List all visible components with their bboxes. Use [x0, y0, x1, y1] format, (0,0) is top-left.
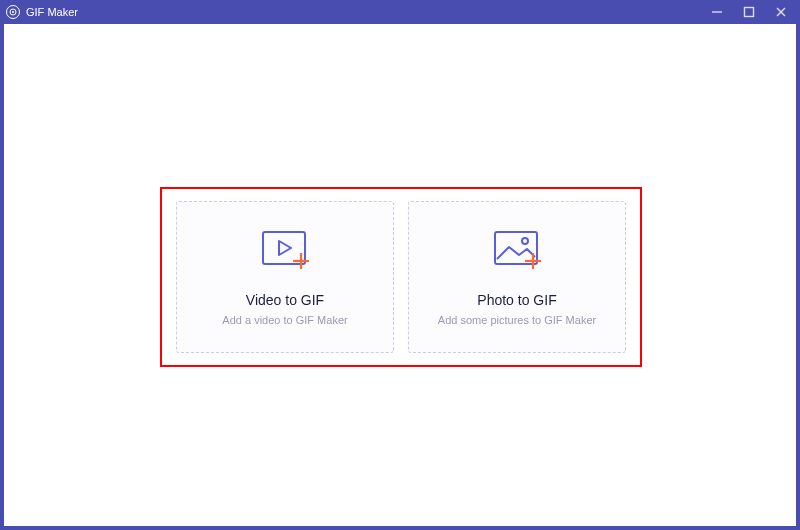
svg-rect-3	[745, 8, 754, 17]
content-area: Video to GIF Add a video to GIF Maker Ph…	[0, 24, 800, 530]
card-title: Photo to GIF	[477, 292, 556, 308]
titlebar-left: GIF Maker	[6, 5, 78, 19]
app-title: GIF Maker	[26, 6, 78, 18]
app-icon	[6, 5, 20, 19]
svg-point-10	[522, 238, 528, 244]
photo-image-icon	[489, 228, 545, 276]
card-subtitle: Add some pictures to GIF Maker	[438, 314, 596, 326]
highlight-annotation: Video to GIF Add a video to GIF Maker Ph…	[160, 187, 642, 367]
svg-point-1	[12, 11, 14, 13]
maximize-button[interactable]	[742, 5, 756, 19]
svg-rect-6	[263, 232, 305, 264]
photo-to-gif-card[interactable]: Photo to GIF Add some pictures to GIF Ma…	[408, 201, 626, 353]
titlebar: GIF Maker	[0, 0, 800, 24]
minimize-button[interactable]	[710, 5, 724, 19]
window-controls	[710, 5, 794, 19]
close-button[interactable]	[774, 5, 788, 19]
video-to-gif-card[interactable]: Video to GIF Add a video to GIF Maker	[176, 201, 394, 353]
card-subtitle: Add a video to GIF Maker	[222, 314, 347, 326]
app-window: GIF Maker	[0, 0, 800, 530]
svg-rect-9	[495, 232, 537, 264]
card-title: Video to GIF	[246, 292, 324, 308]
video-play-icon	[257, 228, 313, 276]
